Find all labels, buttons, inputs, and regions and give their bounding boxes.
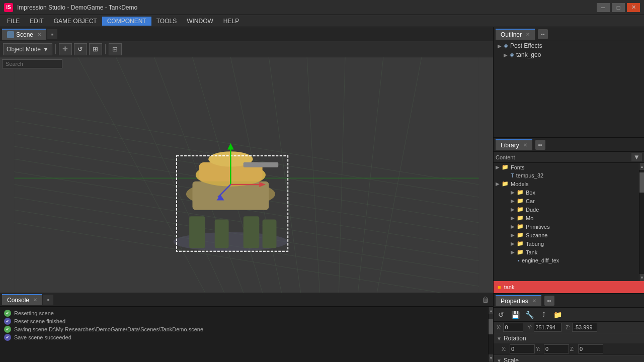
outliner-extra-btn[interactable]: ▪▪ xyxy=(538,29,548,39)
console-scroll-up[interactable]: ▲ xyxy=(489,307,493,314)
rot-y-input[interactable] xyxy=(544,344,569,353)
console-msg-text-3: Saving scene D:\My Researches\DemoGame\D… xyxy=(14,326,203,332)
engine-diff-icon: ▪ xyxy=(518,257,520,263)
close-button[interactable]: ✕ xyxy=(627,3,640,12)
properties-tab-close[interactable]: ✕ xyxy=(532,298,536,304)
content-label: Content xyxy=(496,154,515,160)
tab-scene[interactable]: Scene ✕ xyxy=(2,29,46,40)
grid-button[interactable]: ⊞ xyxy=(109,43,122,55)
window-controls: ─ □ ✕ xyxy=(597,3,640,12)
pos-y-input[interactable] xyxy=(534,323,561,332)
mo-expand: ▶ xyxy=(511,215,515,221)
library-tab-close[interactable]: ✕ xyxy=(523,142,527,148)
mode-dropdown-icon: ▼ xyxy=(43,46,49,53)
lib-item-primitives[interactable]: ▶ 📁 Primitives xyxy=(494,222,639,231)
lib-item-models[interactable]: ▶ 📁 Models xyxy=(494,179,639,188)
rot-x-input[interactable] xyxy=(510,344,535,353)
menu-window[interactable]: WINDOW xyxy=(182,17,218,26)
primitives-folder-icon: 📁 xyxy=(517,223,524,230)
props-save-btn[interactable]: 💾 xyxy=(510,309,521,320)
minimize-button[interactable]: ─ xyxy=(597,3,610,12)
lib-item-dude[interactable]: ▶ 📁 Dude xyxy=(494,205,639,214)
lib-item-tempus32[interactable]: T tempus_32 xyxy=(494,171,639,179)
rot-z-input[interactable] xyxy=(578,344,603,353)
tank-label: Tank xyxy=(526,249,537,255)
menu-file[interactable]: FILE xyxy=(2,17,25,26)
console-scrollbar[interactable]: ▲ ▼ xyxy=(488,307,493,362)
library-path-bar: Content ▼ xyxy=(494,152,644,163)
menu-help[interactable]: HELP xyxy=(218,17,244,26)
menu-component[interactable]: COMPONENT xyxy=(102,17,151,26)
props-tool-btn[interactable]: 🔧 xyxy=(524,309,535,320)
add-object-button[interactable]: ✛ xyxy=(59,43,72,55)
mode-select[interactable]: Object Mode ▼ xyxy=(3,43,52,55)
library-tab-bar: Library ✕ ▪▪ xyxy=(494,138,644,152)
scene-tab-close[interactable]: ✕ xyxy=(37,32,41,37)
scale-header[interactable]: ▼ Scale xyxy=(494,355,644,362)
pos-x-input[interactable] xyxy=(503,323,523,332)
dude-label: Dude xyxy=(526,207,539,213)
outliner-panel: Outliner ✕ ▪▪ ▶ ◈ Post Effects ▶ ◈ tank_… xyxy=(494,27,644,138)
library-scrollbar[interactable]: ▲ ▼ xyxy=(639,163,644,281)
rot-x-label: X: xyxy=(502,346,509,352)
refresh-button[interactable]: ↺ xyxy=(74,43,87,55)
lib-item-tank[interactable]: ▶ 📁 Tank xyxy=(494,248,639,256)
box-folder-icon: 📁 xyxy=(517,189,524,196)
library-content: ▶ 📁 Fonts T tempus_32 ▶ 📁 Models xyxy=(494,163,644,281)
console-panel: ✓ Resetting scene ✓ Reset scene finished… xyxy=(0,307,493,362)
add-console-tab-button[interactable]: ▪ xyxy=(43,295,53,305)
tab-console[interactable]: Console ✕ xyxy=(2,294,42,305)
lib-item-suzanne[interactable]: ▶ 📁 Suzanne xyxy=(494,231,639,239)
lib-item-car[interactable]: ▶ 📁 Car xyxy=(494,197,639,205)
outliner-tab-label: Outliner xyxy=(501,31,522,38)
outliner-tab-close[interactable]: ✕ xyxy=(526,32,530,37)
viewport-search[interactable] xyxy=(2,59,62,68)
tab-library[interactable]: Library ✕ xyxy=(496,139,532,150)
menu-tools[interactable]: TOOLS xyxy=(151,17,182,26)
scale-label: Scale xyxy=(504,357,519,362)
outliner-item-post-effects[interactable]: ▶ ◈ Post Effects xyxy=(494,41,644,50)
clear-console-button[interactable]: 🗑 xyxy=(482,296,489,304)
restore-button[interactable]: □ xyxy=(612,3,625,12)
pos-z-input[interactable] xyxy=(572,323,597,332)
console-msg-text-2: Reset scene finished xyxy=(14,318,65,324)
lib-item-engine-diff[interactable]: ▪ engine_diff_tex xyxy=(494,256,639,264)
props-share-btn[interactable]: ⤴ xyxy=(538,309,549,320)
add-tab-button[interactable]: ▪ xyxy=(47,29,57,39)
library-scroll-down[interactable]: ▼ xyxy=(639,274,644,281)
library-extra-btn[interactable]: ▪▪ xyxy=(535,140,545,150)
lib-item-tabung[interactable]: ▶ 📁 Tabung xyxy=(494,239,639,248)
props-content: X: Y: Z: ▼ Rotation X: xyxy=(494,322,644,362)
lib-item-mo[interactable]: ▶ 📁 Mo xyxy=(494,214,639,222)
viewport[interactable] xyxy=(0,57,493,293)
menu-edit[interactable]: EDIT xyxy=(25,17,48,26)
lib-item-fonts[interactable]: ▶ 📁 Fonts xyxy=(494,163,639,171)
console-tab-close[interactable]: ✕ xyxy=(33,297,37,303)
console-msg-2: ✓ Reset scene finished xyxy=(4,317,484,325)
console-scroll-down[interactable]: ▼ xyxy=(489,354,493,361)
menu-game-object[interactable]: GAME OBJECT xyxy=(49,17,102,26)
props-reset-btn[interactable]: ↺ xyxy=(496,309,507,320)
camera-button[interactable]: ⊞ xyxy=(89,43,102,55)
models-label: Models xyxy=(511,181,528,187)
rotation-header[interactable]: ▼ Rotation xyxy=(494,333,644,343)
fonts-folder-icon: 📁 xyxy=(502,164,509,170)
suzanne-label: Suzanne xyxy=(526,232,547,238)
box-label: Box xyxy=(526,190,535,196)
console-msg-1: ✓ Resetting scene xyxy=(4,309,484,317)
tab-properties[interactable]: Properties ✕ xyxy=(496,295,541,306)
library-scroll-up[interactable]: ▲ xyxy=(639,163,644,170)
props-folder-btn[interactable]: 📁 xyxy=(552,309,563,320)
library-dropdown-btn[interactable]: ▼ xyxy=(631,153,642,161)
lib-item-box[interactable]: ▶ 📁 Box xyxy=(494,188,639,197)
svg-rect-25 xyxy=(244,216,260,248)
console-tab-label: Console xyxy=(7,297,29,304)
tab-outliner[interactable]: Outliner ✕ xyxy=(496,29,535,40)
post-effects-label: Post Effects xyxy=(510,42,542,49)
bottom-bar-icon: ■ xyxy=(498,284,501,290)
toolbar-sep-1 xyxy=(55,44,56,54)
outliner-item-tank-geo[interactable]: ▶ ◈ tank_geo xyxy=(494,50,644,59)
properties-extra-btn[interactable]: ▪▪ xyxy=(544,296,554,306)
scene-tab-label: Scene xyxy=(16,31,33,38)
outliner-content: ▶ ◈ Post Effects ▶ ◈ tank_geo xyxy=(494,41,644,137)
